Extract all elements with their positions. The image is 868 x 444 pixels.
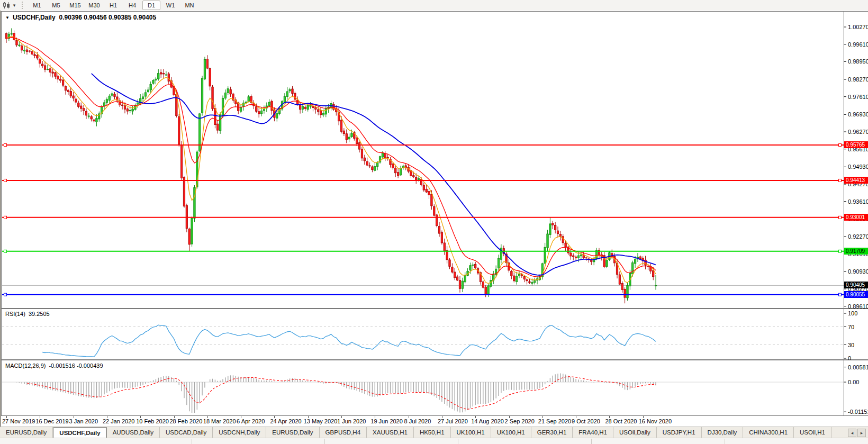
rsi-axis-label: 0 <box>848 355 851 360</box>
candle-body <box>639 257 641 258</box>
chart-tab-HK50-H1[interactable]: HK50,H1 <box>414 427 451 438</box>
date-axis[interactable]: 27 Nov 201916 Dec 20193 Jan 202022 Jan 2… <box>1 416 868 427</box>
line-handle[interactable] <box>4 144 7 147</box>
candle-body <box>268 102 270 105</box>
candle-body <box>191 218 193 244</box>
candle-body <box>49 69 51 73</box>
chart-tab-AUDUSD-Daily[interactable]: AUDUSD,Daily <box>107 427 160 438</box>
candle-body <box>21 46 23 50</box>
main-panel-border <box>2 12 868 309</box>
date-label: 9 Oct 2020 <box>572 418 600 424</box>
line-handle[interactable] <box>839 179 842 182</box>
date-label: 19 Jun 2020 <box>370 418 403 424</box>
chart-tab-EURUSD-Daily[interactable]: EURUSD,Daily <box>266 427 319 438</box>
timeframe-button-D1[interactable]: D1 <box>142 1 160 10</box>
rsi-axis-label: 100 <box>848 310 857 316</box>
candle-body <box>487 286 489 294</box>
candle-body <box>256 106 257 111</box>
macd-values: -0.001516 -0.000439 <box>49 363 103 369</box>
line-handle[interactable] <box>4 179 7 182</box>
chart-tab-GBPUSD-H4[interactable]: GBPUSD,H4 <box>320 427 367 438</box>
timeframe-button-H1[interactable]: H1 <box>104 1 122 10</box>
candle-body <box>627 286 628 298</box>
line-handle[interactable] <box>839 216 842 219</box>
tab-scroll-right[interactable]: ▸ <box>857 429 866 437</box>
candle-body <box>47 69 48 69</box>
candle-body <box>34 55 35 56</box>
line-handle[interactable] <box>839 293 842 296</box>
chart-type-icon[interactable] <box>2 1 11 10</box>
candle-body <box>152 80 154 84</box>
date-label: 27 Nov 2019 <box>2 418 35 424</box>
candle-body <box>382 153 383 157</box>
candle-body <box>217 124 219 130</box>
chart-title: ▼ USDCHF,Daily 0.90396 0.90456 0.90385 0… <box>5 14 156 21</box>
line-handle[interactable] <box>839 250 842 252</box>
chart-tab-UK100-H1[interactable]: UK100,H1 <box>491 427 531 438</box>
candle-body <box>369 166 370 166</box>
chart-tab-XAUUSD-H1[interactable]: XAUUSD,H1 <box>367 427 414 438</box>
line-handle[interactable] <box>839 144 842 147</box>
line-handle[interactable] <box>4 216 7 219</box>
tab-scroll-left[interactable]: ◂ <box>848 429 856 437</box>
candle-body <box>297 100 299 104</box>
chart-tab-USDCNH-Daily[interactable]: USDCNH,Daily <box>213 427 266 438</box>
candle-body <box>307 105 309 110</box>
candle-body <box>552 223 554 225</box>
rsi-indicator-panel: 10070300 <box>1 309 868 360</box>
timeframe-button-M1[interactable]: M1 <box>28 1 46 10</box>
candle-body <box>114 94 115 97</box>
main-price-chart: 1.002700.996100.989500.982700.976100.969… <box>1 11 868 309</box>
candle-body <box>320 111 321 115</box>
candle-body <box>598 250 600 254</box>
chart-symbol: USDCHF,Daily <box>13 14 56 21</box>
chart-dropdown-icon[interactable]: ▼ <box>5 15 10 20</box>
candle-body <box>111 94 113 95</box>
timeframe-button-H4[interactable]: H4 <box>123 1 141 10</box>
chart-tab-USOil-Daily[interactable]: USOil,Daily <box>613 427 657 438</box>
timeframe-button-M30[interactable]: M30 <box>85 1 103 10</box>
line-handle[interactable] <box>4 250 7 252</box>
price-axis-label: 0.96270 <box>848 129 868 135</box>
timeframe-button-M15[interactable]: M15 <box>66 1 84 10</box>
candle-body <box>155 79 157 80</box>
chart-tab-CHINA300-H1[interactable]: CHINA300,H1 <box>743 427 794 438</box>
timeframe-button-W1[interactable]: W1 <box>161 1 179 10</box>
candle-body <box>222 98 223 115</box>
chart-tab-USOil-H1[interactable]: USOil,H1 <box>794 427 831 438</box>
candle-body <box>37 56 38 58</box>
candle-body <box>126 109 128 111</box>
chart-tab-USDCAD-Daily[interactable]: USDCAD,Daily <box>160 427 213 438</box>
candlestick-glyph <box>3 2 10 9</box>
candle-body <box>580 255 582 256</box>
chart-type-dropdown-caret[interactable]: ▾ <box>11 3 17 8</box>
candle-body <box>286 92 288 97</box>
chart-tab-EURUSD-Daily[interactable]: EURUSD,Daily <box>0 427 53 438</box>
candle-body <box>428 192 430 195</box>
chart-tab-FRA40-H1[interactable]: FRA40,H1 <box>573 427 613 438</box>
candle-body <box>137 103 139 104</box>
statusbar-divider <box>192 439 192 444</box>
candle-body <box>426 189 427 192</box>
candle-body <box>418 178 419 179</box>
candle-body <box>340 120 342 131</box>
statusbar-divider <box>725 439 725 444</box>
candle-body <box>106 99 107 103</box>
timeframe-button-MN[interactable]: MN <box>180 1 198 10</box>
chart-tab-GER30-H1[interactable]: GER30,H1 <box>531 427 573 438</box>
candle-body <box>16 40 17 45</box>
date-label: 27 Jul 2020 <box>438 418 468 424</box>
date-label: 18 Mar 2020 <box>203 418 236 424</box>
candle-body <box>451 267 453 272</box>
timeframe-button-M5[interactable]: M5 <box>47 1 65 10</box>
candle-body <box>41 64 43 66</box>
chart-tab-UK100-H1[interactable]: UK100,H1 <box>451 427 491 438</box>
chart-tab-USDCHF-Daily[interactable]: USDCHF,Daily <box>53 427 106 438</box>
chart-tab-USDJPY-H1[interactable]: USDJPY,H1 <box>657 427 702 438</box>
chart-tab-DJ30-Daily[interactable]: DJ30,Daily <box>702 427 744 438</box>
price-axis-label: 0.93610 <box>848 198 868 205</box>
line-handle[interactable] <box>4 293 7 296</box>
tab-scroll-buttons: ◂▸ <box>846 427 868 438</box>
macd-axis-label: 0.005818 <box>848 364 868 370</box>
date-label: 16 Nov 2020 <box>639 418 672 424</box>
